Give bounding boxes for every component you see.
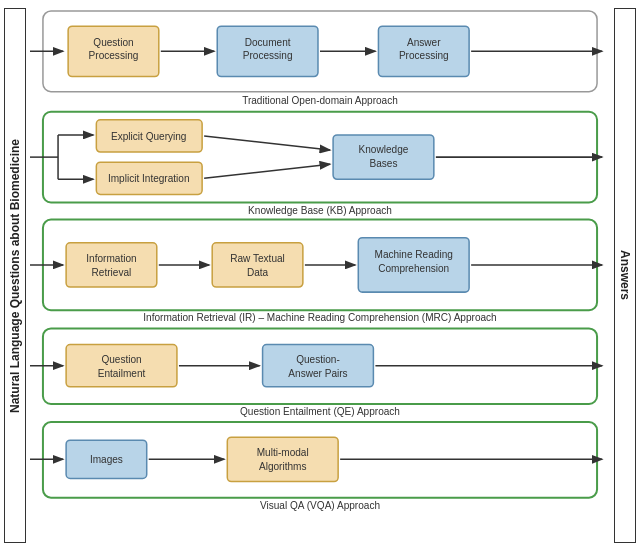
svg-text:Data: Data [247, 267, 269, 278]
svg-text:Document: Document [245, 37, 291, 48]
svg-text:Entailment: Entailment [98, 368, 146, 379]
svg-text:Question: Question [101, 354, 141, 365]
svg-text:Answer: Answer [407, 37, 441, 48]
svg-text:Multi-modal: Multi-modal [257, 447, 309, 458]
svg-text:Machine Reading: Machine Reading [375, 249, 453, 260]
svg-text:Answer Pairs: Answer Pairs [288, 368, 347, 379]
svg-rect-34 [66, 243, 157, 287]
full-diagram-svg: Question Processing Document Processing … [30, 6, 610, 545]
svg-rect-49 [66, 345, 177, 387]
svg-rect-63 [227, 437, 338, 481]
right-label: Answers [614, 8, 636, 543]
svg-text:Information Retrieval (IR) – M: Information Retrieval (IR) – Machine Rea… [143, 312, 496, 323]
left-label: Natural Language Questions about Biomedi… [4, 8, 26, 543]
svg-text:Knowledge Base (KB) Approach: Knowledge Base (KB) Approach [248, 205, 392, 216]
svg-rect-38 [212, 243, 303, 287]
svg-text:Comprehension: Comprehension [378, 263, 449, 274]
svg-text:Information: Information [86, 253, 136, 264]
svg-text:Processing: Processing [399, 50, 449, 61]
svg-text:Processing: Processing [89, 50, 139, 61]
svg-text:Images: Images [90, 454, 123, 465]
svg-text:Question Entailment (QE) Appro: Question Entailment (QE) Approach [240, 406, 400, 417]
svg-rect-53 [263, 345, 374, 387]
svg-text:Retrieval: Retrieval [92, 267, 132, 278]
svg-text:Processing: Processing [243, 50, 293, 61]
svg-text:Knowledge: Knowledge [359, 144, 409, 155]
svg-text:Question-: Question- [296, 354, 340, 365]
svg-text:Implicit Integration: Implicit Integration [108, 173, 190, 184]
svg-text:Traditional Open-domain Approa: Traditional Open-domain Approach [242, 95, 398, 106]
main-container: Natural Language Questions about Biomedi… [0, 0, 640, 551]
svg-text:Explicit Querying: Explicit Querying [111, 131, 187, 142]
diagrams-area: Question Processing Document Processing … [26, 0, 614, 551]
svg-text:Raw Textual: Raw Textual [230, 253, 285, 264]
svg-text:Visual QA (VQA) Approach: Visual QA (VQA) Approach [260, 500, 380, 511]
svg-rect-27 [333, 135, 434, 179]
svg-text:Question: Question [93, 37, 133, 48]
svg-text:Bases: Bases [369, 158, 397, 169]
svg-text:Algorithms: Algorithms [259, 461, 307, 472]
